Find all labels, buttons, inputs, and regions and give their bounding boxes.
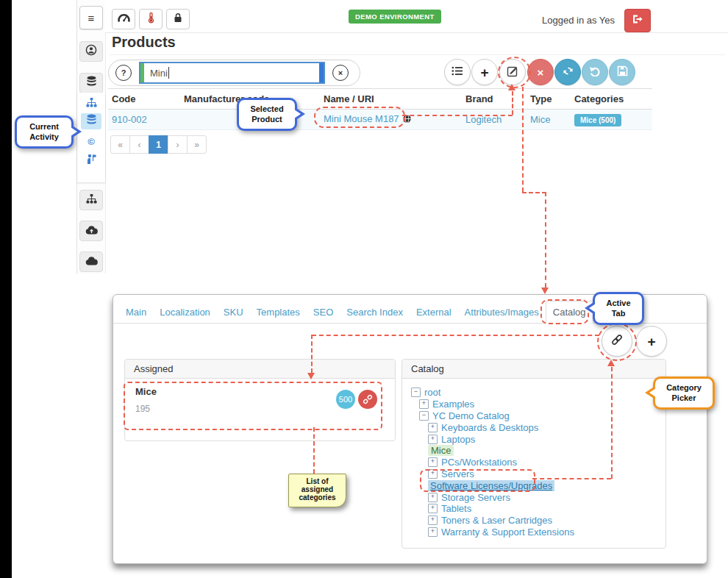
tree-label[interactable]: Keyboards & Desktops: [441, 422, 538, 433]
collapse-icon[interactable]: −: [411, 388, 421, 397]
page-prev-button[interactable]: ‹: [129, 135, 149, 154]
expand-icon[interactable]: +: [428, 493, 438, 502]
help-icon[interactable]: ?: [115, 65, 132, 81]
sidebar-item-data[interactable]: [79, 73, 103, 93]
unassign-button[interactable]: [358, 390, 377, 409]
add-category-button[interactable]: +: [636, 326, 667, 357]
pagination: « ‹ 1 › »: [110, 135, 207, 154]
expand-icon[interactable]: +: [419, 399, 429, 409]
sidebar-item-catalog-tree[interactable]: [77, 96, 105, 111]
delete-button[interactable]: ×: [527, 59, 554, 85]
search-input[interactable]: Mini: [139, 62, 325, 84]
callout-category-picker: Category Picker: [653, 377, 715, 410]
tree-label-selected[interactable]: Software Licenses/Upgrades: [428, 480, 554, 491]
tree-label[interactable]: Servers: [441, 468, 474, 479]
add-product-button[interactable]: +: [471, 59, 498, 85]
save-button[interactable]: [609, 59, 635, 85]
assigned-panel-header: Assigned: [125, 360, 395, 379]
list-view-button[interactable]: [444, 59, 471, 85]
sidebar-toggle-button[interactable]: ≡: [79, 6, 103, 29]
refresh-button[interactable]: [554, 59, 581, 85]
tab-templates[interactable]: Templates: [250, 302, 307, 323]
tree-label[interactable]: YC Demo Catalog: [432, 410, 510, 421]
sign-out-icon: [632, 14, 643, 27]
tree-item-root: −root: [411, 387, 665, 399]
expand-icon[interactable]: +: [428, 527, 438, 537]
page-1-button[interactable]: 1: [149, 135, 168, 154]
catalog-tree: −root +Examples −YC Demo Catalog +Keyboa…: [402, 378, 665, 548]
tree-label-assigned[interactable]: Mice: [428, 445, 454, 456]
tab-external[interactable]: External: [410, 302, 458, 323]
plus-icon: +: [647, 335, 655, 349]
catalog-panel: Catalog −root +Examples −YC Demo Catalog…: [402, 359, 666, 549]
tab-main[interactable]: Main: [119, 302, 153, 323]
sticky-note: List of assigned categories: [288, 474, 346, 507]
tab-sku[interactable]: SKU: [217, 302, 250, 323]
tree-item: +Servers: [411, 468, 665, 480]
sidebar-item-upload[interactable]: [79, 221, 103, 241]
catalog-panel-header: Catalog: [402, 360, 665, 379]
category-count-badge: 500: [336, 390, 355, 409]
sidebar-item-structure[interactable]: [79, 190, 103, 210]
tab-localization[interactable]: Localization: [153, 302, 217, 323]
product-detail-card: Main Localization SKU Templates SEO Sear…: [113, 294, 707, 564]
col-code: Code: [108, 89, 180, 110]
brand-link[interactable]: Logitech: [465, 114, 502, 125]
thermometer-button[interactable]: [139, 9, 163, 29]
assigned-category-id: 195: [135, 404, 150, 414]
category-badge[interactable]: Mice (500): [574, 114, 621, 126]
divider: [110, 54, 725, 55]
expand-icon[interactable]: +: [428, 504, 438, 513]
category-picker-button[interactable]: [602, 326, 632, 357]
expand-icon[interactable]: +: [428, 423, 438, 432]
sidebar-item-brands[interactable]: [77, 153, 105, 168]
plus-icon: +: [480, 65, 488, 79]
clear-search-icon[interactable]: ×: [332, 65, 349, 81]
tab-search-index[interactable]: Search Index: [340, 302, 410, 323]
desktop-edge: [0, 0, 12, 578]
sidebar-item-cloud[interactable]: [79, 251, 103, 272]
collapse-icon[interactable]: −: [419, 411, 429, 421]
tree-label[interactable]: Laptops: [441, 434, 475, 445]
tab-seo[interactable]: SEO: [307, 302, 340, 323]
tree-label[interactable]: Warranty & Support Extensions: [441, 527, 574, 538]
tree-label[interactable]: Tablets: [441, 503, 471, 514]
lock-button[interactable]: [166, 9, 190, 29]
tree-label[interactable]: Storage Servers: [441, 492, 510, 503]
sidebar-item-users[interactable]: [79, 41, 103, 62]
tree-label[interactable]: Toners & Laser Cartridges: [441, 515, 552, 526]
topbar: DEMO ENVIRONMENT Logged in as Yes: [105, 0, 728, 33]
database-icon: [86, 76, 97, 90]
callout-current-activity: Current Activity: [15, 115, 74, 149]
type-link[interactable]: Mice: [530, 114, 550, 125]
globe-icon[interactable]: [402, 115, 412, 126]
dashboard-button[interactable]: [112, 9, 135, 29]
expand-icon[interactable]: +: [428, 515, 438, 525]
lock-icon: [174, 13, 182, 26]
page-title: Products: [112, 34, 176, 51]
page-last-button[interactable]: »: [187, 135, 207, 154]
close-icon: ×: [538, 67, 544, 78]
annotation-line: [545, 192, 546, 288]
expand-icon[interactable]: +: [428, 469, 438, 479]
logout-button[interactable]: [624, 9, 651, 32]
tree-item: +Examples: [411, 399, 665, 410]
valid-indicator: [140, 63, 144, 82]
save-icon: [617, 65, 628, 79]
tree-label[interactable]: PCs/Workstations: [441, 457, 517, 468]
expand-icon[interactable]: +: [428, 457, 438, 467]
focus-indicator: [319, 63, 324, 82]
expand-icon[interactable]: +: [428, 435, 438, 444]
edit-product-button[interactable]: [499, 59, 526, 85]
product-name-link[interactable]: Mini Mouse M187: [324, 113, 399, 124]
page-next-button[interactable]: ›: [168, 135, 188, 154]
undo-button[interactable]: [582, 59, 608, 85]
tab-attributes-images[interactable]: Attributes/Images: [458, 302, 546, 323]
tree-label[interactable]: root: [424, 387, 440, 398]
sitemap-icon: [86, 97, 97, 110]
tree-item: +Keyboards & Desktops: [411, 421, 665, 433]
product-code-link[interactable]: 910-002: [112, 114, 147, 125]
sidebar-item-products-active[interactable]: [81, 113, 101, 129]
page-first-button[interactable]: «: [110, 135, 130, 154]
tree-label[interactable]: Examples: [432, 399, 474, 410]
